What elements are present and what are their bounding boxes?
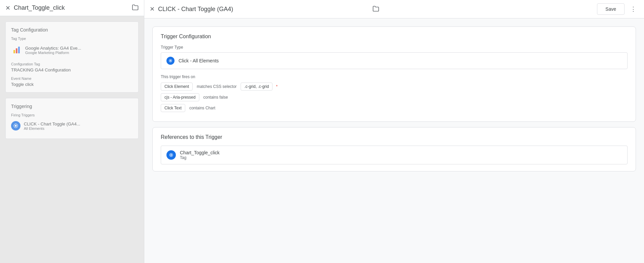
config-tag-value: TRACKING GA4 Configuration [11,67,133,72]
more-options-button[interactable]: ⋮ [628,4,639,14]
svg-point-1 [15,125,17,127]
condition-row-2: cjs - Aria-pressed contains false [161,93,628,101]
config-tag-section: Configuration Tag TRACKING GA4 Configura… [11,62,133,72]
trigger-config-card: Trigger Configuration Trigger Type Click… [152,27,636,122]
right-panel-body: Trigger Configuration Trigger Type Click… [144,18,644,263]
references-card: References to this Trigger Chart_Toggle_… [152,127,636,171]
left-panel-header: ✕ Chart_Toggle_click [0,0,144,16]
event-name-value: Toggle click [11,82,133,87]
required-asterisk-1: * [276,84,278,89]
tag-type-info: Google Analytics: GA4 Eve... Google Mark… [25,46,81,55]
trigger-type-icon [166,57,175,65]
tag-name: Google Analytics: GA4 Eve... [25,46,81,51]
condition-operator-1: matches CSS selector [195,83,239,90]
firing-trigger-row[interactable]: CLICK - Chart Toggle (GA4... All Element… [11,118,133,133]
reference-info: Chart_Toggle_click Tag [180,150,219,160]
tag-type-row: Google Analytics: GA4 Eve... Google Mark… [11,42,133,58]
triggering-title: Triggering [11,104,133,109]
condition-row-1: Click Element matches CSS selector .c-gr… [161,83,628,91]
event-name-section: Event Name Toggle click [11,76,133,87]
left-panel-content: Tag Configuration Tag Type Google Analyt… [0,16,144,150]
reference-name: Chart_Toggle_click [180,150,219,155]
reference-row[interactable]: Chart_Toggle_click Tag [161,146,628,164]
tag-configuration-card: Tag Configuration Tag Type Google Analyt… [5,21,139,93]
fires-on-section: This trigger fires on Click Element matc… [161,74,628,112]
trigger-type-label: Trigger Type [161,45,628,50]
right-panel-title: CLICK - Chart Toggle (GA4) [158,6,369,13]
right-panel-folder-icon[interactable] [373,5,379,13]
trigger-info: CLICK - Chart Toggle (GA4... All Element… [24,121,80,130]
condition-variable-1[interactable]: Click Element [161,83,193,91]
folder-icon[interactable] [132,4,139,12]
ga-icon [11,45,22,55]
fires-on-label: This trigger fires on [161,74,628,79]
tag-config-title: Tag Configuration [11,27,133,33]
ga-bar1 [13,50,15,53]
condition-variable-2[interactable]: cjs - Aria-pressed [161,93,199,101]
condition-row-3: Click Text contains Chart [161,104,628,112]
triggering-card: Triggering Firing Triggers CLICK - Chart… [5,98,139,139]
save-button[interactable]: Save [597,3,625,15]
trigger-name: CLICK - Chart Toggle (GA4... [24,121,80,126]
right-panel: ✕ CLICK - Chart Toggle (GA4) Save ⋮ Trig… [144,0,644,263]
trigger-sub: All Elements [24,126,80,130]
tag-platform: Google Marketing Platform [25,51,81,55]
trigger-circle-icon [11,121,20,130]
left-panel-close-button[interactable]: ✕ [5,5,10,11]
condition-operator-2: contains false [201,94,230,101]
right-panel-close-button[interactable]: ✕ [150,6,155,12]
trigger-type-selector[interactable]: Click - All Elements [161,52,628,69]
reference-icon [166,150,176,160]
config-tag-label: Configuration Tag [11,62,133,66]
ga-bar3 [18,47,20,53]
right-panel-header: ✕ CLICK - Chart Toggle (GA4) Save ⋮ [144,0,644,18]
references-title: References to this Trigger [161,134,628,140]
condition-value-1[interactable]: .c-grid, .c-grid [241,83,273,91]
left-panel-title: Chart_Toggle_click [14,4,129,11]
condition-operator-3: contains Chart [187,104,217,112]
condition-variable-3[interactable]: Click Text [161,104,185,112]
tag-type-label: Tag Type [11,37,133,41]
reference-type: Tag [180,155,219,160]
trigger-type-name: Click - All Elements [179,58,219,63]
firing-triggers-label: Firing Triggers [11,113,133,117]
svg-point-3 [170,60,171,61]
left-panel: ✕ Chart_Toggle_click Tag Configuration T… [0,0,144,263]
event-name-label: Event Name [11,76,133,81]
trigger-config-card-title: Trigger Configuration [161,34,628,40]
ga-bar2 [16,48,17,53]
svg-point-5 [170,154,172,156]
